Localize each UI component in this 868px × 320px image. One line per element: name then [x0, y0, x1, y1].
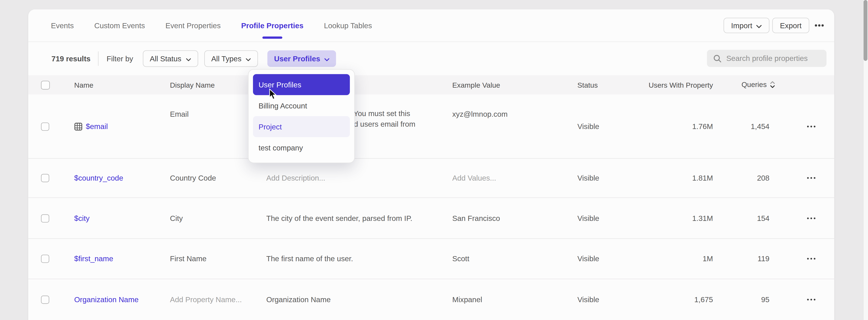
- select-all-checkbox[interactable]: [41, 80, 50, 89]
- type-filter-label: All Types: [211, 55, 241, 63]
- status-cell: Visible: [578, 122, 599, 131]
- entity-filter-dropdown[interactable]: User Profiles: [268, 50, 336, 67]
- divider: [98, 51, 98, 66]
- property-name-link[interactable]: $country_code: [74, 174, 123, 182]
- chevron-down-icon: [246, 55, 251, 63]
- display-name-cell[interactable]: City: [170, 214, 183, 222]
- users-with-property-cell: 1.81M: [692, 174, 713, 182]
- row-checkbox[interactable]: [41, 255, 49, 263]
- row-more-button[interactable]: [806, 297, 816, 303]
- column-header-users-with-property: Users With Property: [649, 81, 713, 89]
- export-button[interactable]: Export: [772, 17, 809, 33]
- header-actions: Import Export: [723, 17, 826, 33]
- display-name-cell[interactable]: Email: [170, 110, 189, 118]
- column-header-example-value: Example Value: [452, 81, 500, 89]
- results-count: 719 results: [52, 55, 91, 63]
- users-with-property-cell: 1M: [703, 255, 713, 263]
- sort-icon: [770, 81, 775, 90]
- chevron-down-icon: [756, 21, 762, 30]
- dropdown-item-user-profiles[interactable]: User Profiles: [253, 74, 350, 95]
- tab-lookup-tables[interactable]: Lookup Tables: [324, 9, 372, 42]
- table-row[interactable]: Organization Name Add Property Name... O…: [28, 279, 834, 320]
- description-cell[interactable]: The city of the event sender, parsed fro…: [266, 214, 412, 222]
- table-row[interactable]: $first_name First Name The first name of…: [28, 238, 834, 279]
- dropdown-item-test-company[interactable]: test company: [253, 137, 350, 158]
- row-checkbox[interactable]: [41, 214, 49, 222]
- dropdown-item-billing-account[interactable]: Billing Account: [253, 95, 350, 116]
- more-icon: [807, 177, 809, 179]
- example-value-cell[interactable]: xyz@lmnop.com: [452, 110, 508, 118]
- property-name-link[interactable]: Organization Name: [74, 295, 138, 304]
- table-grid-icon: [74, 122, 83, 131]
- tab-event-properties[interactable]: Event Properties: [165, 9, 221, 42]
- users-with-property-cell: 1.31M: [692, 214, 713, 222]
- row-checkbox[interactable]: [41, 122, 49, 131]
- queries-cell: 208: [757, 174, 769, 182]
- property-name-link[interactable]: $email: [74, 122, 108, 131]
- column-header-status: Status: [578, 81, 598, 89]
- tab-events[interactable]: Events: [51, 9, 74, 42]
- profile-properties-page: Events Custom Events Event Properties Pr…: [0, 0, 868, 320]
- description-cell[interactable]: Add Description...: [266, 174, 325, 182]
- status-cell: Visible: [578, 255, 599, 263]
- more-actions-button[interactable]: [812, 17, 827, 33]
- tab-bar: Events Custom Events Event Properties Pr…: [28, 9, 834, 42]
- queries-cell: 154: [757, 214, 769, 222]
- column-header-display-name: Display Name: [170, 81, 215, 89]
- import-label: Import: [731, 21, 752, 30]
- queries-cell: 95: [761, 295, 769, 304]
- more-icon: [807, 217, 809, 219]
- description-cell[interactable]: The first name of the user.: [266, 255, 353, 263]
- column-header-name: Name: [74, 81, 93, 89]
- filter-bar: 719 results Filter by All Status All Typ…: [28, 42, 834, 75]
- more-icon: [807, 126, 809, 127]
- property-name-link[interactable]: $first_name: [74, 255, 113, 263]
- example-value-cell[interactable]: Mixpanel: [452, 295, 482, 304]
- status-filter-dropdown[interactable]: All Status: [143, 50, 198, 67]
- example-value-cell[interactable]: San Francisco: [452, 214, 500, 222]
- users-with-property-cell: 1,675: [694, 295, 713, 304]
- display-name-cell[interactable]: First Name: [170, 255, 207, 263]
- row-checkbox[interactable]: [41, 174, 49, 182]
- display-name-cell[interactable]: Country Code: [170, 174, 216, 182]
- table-row[interactable]: $email Email The user's email address. Y…: [28, 95, 834, 158]
- property-name-link[interactable]: $city: [74, 214, 89, 222]
- description-cell[interactable]: Organization Name: [266, 295, 331, 304]
- queries-cell: 1,454: [751, 122, 769, 131]
- column-header-queries[interactable]: Queries: [741, 80, 775, 90]
- import-button[interactable]: Import: [723, 17, 769, 33]
- entity-dropdown-menu: User Profiles Billing Account Project te…: [248, 69, 355, 163]
- mouse-cursor-icon: [269, 88, 277, 102]
- filter-by-label: Filter by: [106, 55, 133, 63]
- example-value-cell[interactable]: Add Values...: [452, 174, 496, 182]
- table-row[interactable]: $country_code Country Code Add Descripti…: [28, 158, 834, 197]
- more-icon: [815, 25, 817, 26]
- tab-profile-properties[interactable]: Profile Properties: [241, 9, 303, 42]
- search-box: [707, 50, 827, 67]
- tab-custom-events[interactable]: Custom Events: [94, 9, 145, 42]
- status-cell: Visible: [578, 174, 599, 182]
- more-icon: [807, 258, 809, 260]
- row-more-button[interactable]: [806, 175, 816, 181]
- row-checkbox[interactable]: [41, 295, 49, 304]
- display-name-cell[interactable]: Add Property Name...: [170, 295, 242, 304]
- table-row[interactable]: $city City The city of the event sender,…: [28, 197, 834, 238]
- row-more-button[interactable]: [806, 215, 816, 221]
- search-icon: [713, 54, 722, 63]
- status-filter-label: All Status: [150, 55, 181, 63]
- type-filter-dropdown[interactable]: All Types: [204, 50, 258, 67]
- scrollbar-thumb[interactable]: [864, 0, 867, 61]
- lexicon-card: Events Custom Events Event Properties Pr…: [28, 9, 834, 320]
- row-more-button[interactable]: [806, 256, 816, 262]
- more-icon: [807, 299, 809, 301]
- chevron-down-icon: [324, 55, 330, 63]
- users-with-property-cell: 1.76M: [692, 122, 713, 131]
- status-cell: Visible: [578, 214, 599, 222]
- table-header: Name Display Name Description Example Va…: [28, 75, 834, 95]
- export-label: Export: [780, 21, 802, 30]
- dropdown-item-project[interactable]: Project: [253, 116, 350, 137]
- row-more-button[interactable]: [806, 123, 816, 130]
- search-input[interactable]: [726, 54, 820, 62]
- example-value-cell[interactable]: Scott: [452, 255, 469, 263]
- status-cell: Visible: [578, 295, 599, 304]
